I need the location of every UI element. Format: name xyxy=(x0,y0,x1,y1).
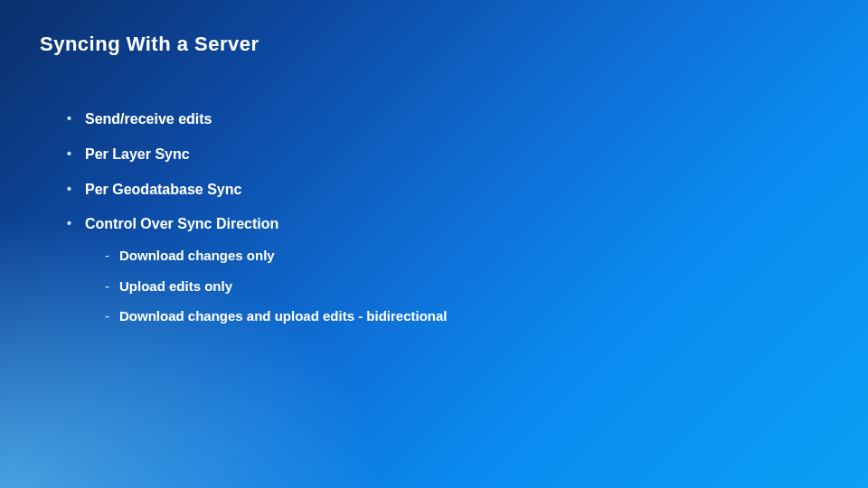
bullet-list: Send/receive edits Per Layer Sync Per Ge… xyxy=(67,110,828,325)
bullet-item: Per Layer Sync xyxy=(67,145,828,164)
bullet-text: Send/receive edits xyxy=(85,111,212,127)
sub-bullet-text: Download changes and upload edits - bidi… xyxy=(119,308,448,324)
sub-bullet-text: Upload edits only xyxy=(119,278,232,294)
slide: Syncing With a Server Send/receive edits… xyxy=(0,0,868,488)
sub-bullet-list: Download changes only Upload edits only … xyxy=(105,247,828,325)
sub-bullet-text: Download changes only xyxy=(119,248,275,263)
sub-bullet-item: Upload edits only xyxy=(105,277,828,296)
bullet-text: Per Geodatabase Sync xyxy=(85,182,241,197)
sub-bullet-item: Download changes and upload edits - bidi… xyxy=(105,307,828,325)
slide-title: Syncing With a Server xyxy=(40,33,828,56)
bullet-item: Send/receive edits xyxy=(67,110,828,129)
bullet-item: Per Geodatabase Sync xyxy=(67,181,828,200)
bullet-text: Control Over Sync Direction xyxy=(85,216,278,231)
bullet-item: Control Over Sync Direction Download cha… xyxy=(67,215,828,324)
bullet-text: Per Layer Sync xyxy=(85,146,190,162)
sub-bullet-item: Download changes only xyxy=(105,247,828,265)
